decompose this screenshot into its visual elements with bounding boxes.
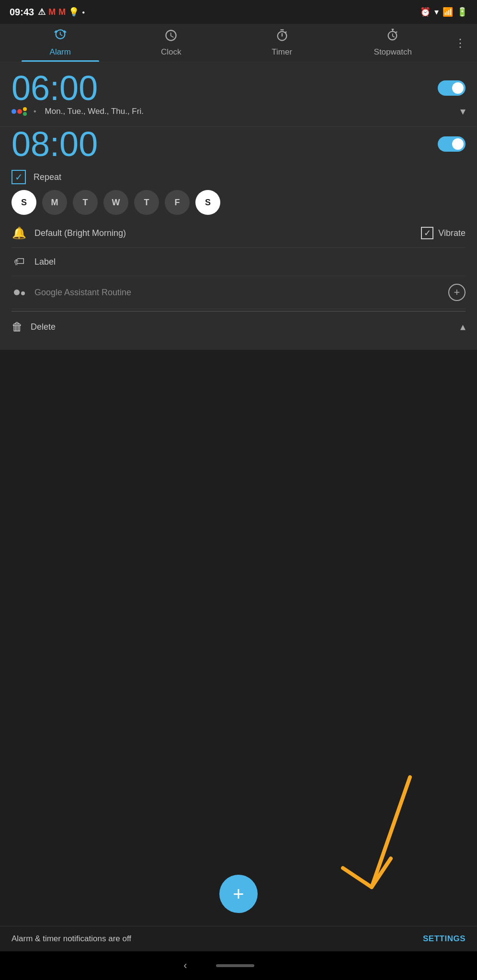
status-icons: ⚠ M M 💡 ● [38,7,85,17]
delete-label[interactable]: Delete [31,322,56,332]
alarm1-days-row[interactable]: • Mon., Tue., Wed., Thu., Fri. ▾ [11,105,466,118]
alarm2-toggle[interactable] [438,136,466,152]
settings-button[interactable]: SETTINGS [423,934,466,944]
alarm-tab-icon [54,29,67,45]
add-alarm-fab[interactable]: + [219,875,258,913]
notification-message: Alarm & timer notifications are off [11,934,131,944]
gmail-icon: M [48,7,56,17]
nav-tabs: Alarm Clock Timer Stopwatch ⋮ [0,24,477,62]
alarm1-header-row: 06:00 [11,71,466,105]
day-F[interactable]: F [165,190,190,215]
alarm2-repeat-row[interactable]: ✓ Repeat [11,165,466,186]
alarm2-label-row[interactable]: 🏷 Label [11,248,466,276]
svg-line-0 [372,777,410,887]
label-tag-icon: 🏷 [11,256,27,268]
lightbulb-icon: 💡 [68,7,79,17]
day-T1[interactable]: T [73,190,98,215]
day-S2[interactable]: S [195,190,220,215]
tab-stopwatch[interactable]: Stopwatch [338,24,449,62]
alarm2-ga-routine-row[interactable]: Google Assistant Routine + [11,276,466,309]
delete-section: 🗑 Delete [11,320,56,334]
battery-icon: 🔋 [457,7,467,17]
day-S1[interactable]: S [11,190,36,215]
alarm2-delete-row: 🗑 Delete ▴ [11,313,466,340]
repeat-checkbox[interactable]: ✓ [11,170,26,184]
alarm1-expand-icon[interactable]: ▾ [460,105,466,118]
vibrate-label: Vibrate [438,228,466,238]
alarm2-time[interactable]: 08:00 [11,127,98,161]
wifi-icon: ▾ [434,7,439,17]
alarm2-header-row: 08:00 [11,127,466,161]
google-dots-1 [11,107,27,116]
google-dot-red [17,109,22,114]
alarm-tab-label: Alarm [50,47,71,57]
divider [11,311,466,312]
google-dot-blue [11,109,16,114]
gmail2-icon: M [58,7,66,17]
tab-clock[interactable]: Clock [116,24,227,62]
timer-tab-icon [275,29,289,45]
stopwatch-tab-label: Stopwatch [374,47,412,57]
vibrate-row: ✓ Vibrate [421,227,466,239]
vibrate-checkbox[interactable]: ✓ [421,227,433,239]
trash-icon: 🗑 [11,320,23,334]
clock-tab-label: Clock [161,47,182,57]
notification-bar: Alarm & timer notifications are off SETT… [0,926,477,951]
clock-tab-icon [164,29,178,45]
timer-tab-label: Timer [272,47,292,57]
alarm2-ringtone-vibrate-row: 🔔 Default (Bright Morning) ✓ Vibrate [11,219,466,248]
add-ga-routine-button[interactable]: + [448,284,466,301]
status-bar: 09:43 ⚠ M M 💡 ● ⏰ ▾ 📶 🔋 [0,0,477,24]
dot-icon: ● [82,10,85,15]
alarm1-toggle[interactable] [438,80,466,96]
day-circles-row: S M T W T F S [11,186,466,219]
day-T2[interactable]: T [134,190,159,215]
alarm-item-2: 08:00 ✓ Repeat S M T W T F S 🔔 Default (… [0,127,477,350]
stopwatch-tab-icon [386,29,399,45]
tab-alarm[interactable]: Alarm [5,24,116,62]
alarm-item-1: 06:00 • Mon., Tue., Wed., Thu., Fri. ▾ [0,62,477,127]
system-nav-bar: ‹ [0,951,477,980]
ga-routine-label: Google Assistant Routine [34,288,131,298]
bell-icon: 🔔 [11,226,27,240]
tab-timer[interactable]: Timer [227,24,338,62]
arrow-annotation [333,772,439,918]
signal-icon: 📶 [443,7,453,17]
google-dot-yellow [23,107,27,111]
google-dot-green [23,112,27,116]
ringtone-label[interactable]: Default (Bright Morning) [34,228,413,238]
alarm2-collapse-icon[interactable]: ▴ [460,321,466,333]
alert-icon: ⚠ [38,7,45,17]
label-text[interactable]: Label [34,257,56,267]
back-button[interactable]: ‹ [183,959,187,972]
status-time: 09:43 [10,7,34,18]
more-menu-button[interactable]: ⋮ [448,36,472,50]
home-indicator [216,964,254,967]
alarm-status-icon: ⏰ [420,7,431,17]
repeat-label: Repeat [34,172,61,182]
day-W[interactable]: W [103,190,128,215]
alarm1-time[interactable]: 06:00 [11,71,98,105]
day-M[interactable]: M [42,190,67,215]
ga-dots-icon [11,290,27,295]
status-right-icons: ⏰ ▾ 📶 🔋 [420,7,467,17]
alarm1-days-text: Mon., Tue., Wed., Thu., Fri. [45,107,144,116]
